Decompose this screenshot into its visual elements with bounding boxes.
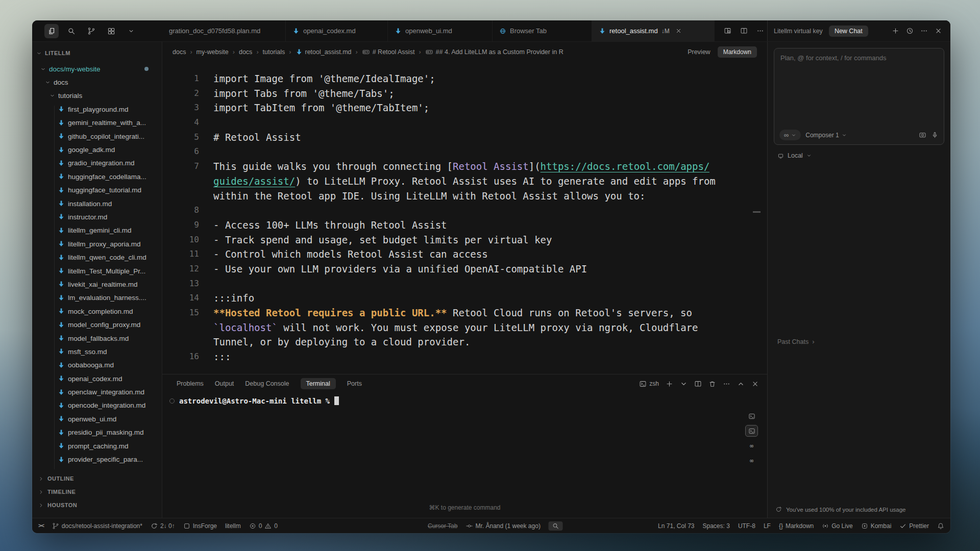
editor-tab[interactable]: openai_codex.md (286, 20, 388, 41)
terminal-session[interactable] (745, 425, 758, 437)
close-chat-icon[interactable] (935, 27, 942, 35)
tree-item-file[interactable]: google_adk.md (32, 143, 162, 156)
terminal-viewport[interactable]: astrodevil@Astro-Mac-mini litellm % ∞∞ ⌘… (162, 393, 767, 518)
status-eol[interactable]: LF (764, 522, 771, 530)
breadcrumb-item[interactable]: docs (173, 48, 186, 56)
panel-tab-ports[interactable]: Ports (347, 380, 362, 387)
tree-item-file[interactable]: instructor.md (32, 210, 162, 223)
tree-item-file[interactable]: provider_specific_para... (32, 453, 162, 466)
sidebar-section-outline[interactable]: OUTLINE (32, 472, 162, 485)
tree-item-folder[interactable]: tutorials (32, 89, 162, 103)
breadcrumb-item[interactable]: my-website (197, 48, 229, 56)
tree-item-file[interactable]: mock_completion.md (32, 305, 162, 318)
tree-item-file[interactable]: openai_codex.md (32, 372, 162, 385)
preview-button[interactable]: Preview (688, 48, 710, 56)
panel-tab-problems[interactable]: Problems (177, 380, 204, 387)
terminal-session[interactable]: ∞ (745, 455, 758, 466)
status-git-branch[interactable]: docs/retool-assist-integration* (52, 522, 142, 530)
tree-item-file[interactable]: github_copilot_integrati... (32, 130, 162, 143)
breadcrumb-item[interactable]: ## 4. Add LiteLLM as a Custom Provider i… (425, 48, 564, 56)
status-language-mode[interactable]: {}Markdown (779, 522, 814, 530)
composer-selector[interactable]: Composer 1 (805, 132, 846, 139)
breadcrumb-item[interactable]: docs (239, 48, 252, 56)
tree-item-file[interactable]: gemini_realtime_with_a... (32, 116, 162, 130)
split-terminal-icon[interactable] (694, 380, 702, 388)
split-editor-icon[interactable] (740, 27, 748, 35)
attach-image-icon[interactable] (919, 131, 926, 139)
status-litellm-task[interactable]: litellm (225, 522, 241, 530)
tree-item-file[interactable]: model_fallbacks.md (32, 332, 162, 345)
tree-item-file[interactable]: model_config_proxy.md (32, 318, 162, 331)
tree-item-file[interactable]: msft_sso.md (32, 345, 162, 358)
chat-input[interactable] (774, 48, 944, 115)
tree-item-file[interactable]: livekit_xai_realtime.md (32, 278, 162, 291)
tree-item-file[interactable]: gradio_integration.md (32, 157, 162, 170)
new-chat-tab[interactable]: New Chat (829, 26, 868, 37)
terminal-more-icon[interactable] (723, 380, 730, 388)
workspace-header[interactable]: LITELLM (32, 48, 162, 62)
scrollbar-thumb[interactable] (753, 211, 761, 213)
agent-mode-selector[interactable]: ∞ (779, 130, 801, 140)
tree-item-file[interactable]: huggingface_codellama... (32, 170, 162, 183)
chat-more-icon[interactable] (920, 27, 928, 35)
local-selector[interactable]: Local (768, 145, 950, 159)
tree-item-file[interactable]: litellm_proxy_aporia.md (32, 237, 162, 251)
tree-item-file[interactable]: lm_evaluation_harness.... (32, 291, 162, 305)
editor-tab[interactable]: openweb_ui.md (388, 20, 493, 41)
status-insforge[interactable]: InsForge (183, 522, 217, 530)
status-git-sync[interactable]: 2↓ 0↑ (151, 522, 175, 530)
status-kombai[interactable]: Kombai (861, 522, 892, 530)
tree-item-file[interactable]: presidio_pii_masking.md (32, 426, 162, 439)
tree-item-file[interactable]: opencode_integration.md (32, 399, 162, 412)
terminal-session[interactable]: ∞ (745, 440, 758, 452)
editor-tab[interactable]: gration_doc_d075fd58.plan.md (162, 20, 286, 41)
markdown-mode-button[interactable]: Markdown (718, 46, 757, 58)
breadcrumb-item[interactable]: # Retool Assist (362, 48, 415, 56)
activity-search-icon[interactable] (64, 24, 79, 38)
close-tab-icon[interactable] (675, 28, 682, 34)
activity-extensions-icon[interactable] (104, 24, 118, 38)
tree-item-folder[interactable]: docs/my-website (32, 62, 162, 76)
breadcrumb-item[interactable]: retool_assist.md (296, 48, 352, 56)
tree-item-folder[interactable]: docs (32, 76, 162, 89)
tree-item-file[interactable]: litellm_Test_Multiple_Pr... (32, 264, 162, 278)
tree-item-file[interactable]: openweb_ui.md (32, 412, 162, 425)
more-actions-icon[interactable] (756, 27, 764, 35)
tree-item-file[interactable]: first_playground.md (32, 103, 162, 116)
activity-explorer-icon[interactable] (44, 24, 59, 38)
activity-chevron-down-icon[interactable] (124, 24, 138, 38)
new-terminal-icon[interactable] (666, 380, 673, 388)
panel-tab-debug-console[interactable]: Debug Console (245, 380, 289, 387)
status-encoding[interactable]: UTF-8 (738, 522, 755, 530)
shell-indicator[interactable]: zsh (639, 380, 659, 388)
panel-tab-output[interactable]: Output (215, 380, 234, 387)
activity-source-control-icon[interactable] (84, 24, 99, 38)
kill-terminal-icon[interactable] (708, 380, 716, 388)
terminal-session[interactable] (745, 410, 758, 422)
sidebar-section-houston[interactable]: HOUSTON (32, 498, 162, 512)
status-cursor-tab-toggle[interactable]: Cursor Tab (428, 522, 457, 530)
status-cursor-position[interactable]: Ln 71, Col 73 (658, 522, 694, 530)
past-chats[interactable]: Past Chats › (777, 338, 814, 345)
code-editor[interactable]: 1import Image from '@theme/IdealImage';2… (162, 62, 767, 374)
maximize-panel-icon[interactable] (737, 380, 745, 388)
tree-item-file[interactable]: litellm_qwen_code_cli.md (32, 251, 162, 264)
status-git-blame[interactable]: Mr. Ånand (1 week ago) (465, 522, 540, 530)
terminal-dropdown-icon[interactable] (680, 380, 688, 388)
status-go-live[interactable]: Go Live (822, 522, 852, 530)
sidebar-section-timeline[interactable]: TIMELINE (32, 485, 162, 498)
tree-item-file[interactable]: litellm_gemini_cli.md (32, 224, 162, 237)
status-problems-count[interactable]: 00 (249, 522, 278, 530)
tree-item-file[interactable]: installation.md (32, 197, 162, 210)
close-panel-icon[interactable] (751, 380, 759, 388)
breadcrumb-item[interactable]: tutorials (263, 48, 285, 56)
status-indentation[interactable]: Spaces: 3 (703, 522, 730, 530)
panel-tab-terminal[interactable]: Terminal (301, 378, 336, 389)
status-prettier[interactable]: Prettier (899, 522, 929, 530)
editor-tab[interactable]: Browser Tab (493, 20, 592, 41)
chat-tab-title[interactable]: Litellm virtual key (774, 28, 823, 35)
status-remote-indicator[interactable]: >< (38, 523, 44, 529)
status-notifications[interactable] (937, 522, 944, 530)
microphone-icon[interactable] (931, 131, 939, 139)
editor-tab[interactable]: retool_assist.md↓M (592, 20, 715, 41)
